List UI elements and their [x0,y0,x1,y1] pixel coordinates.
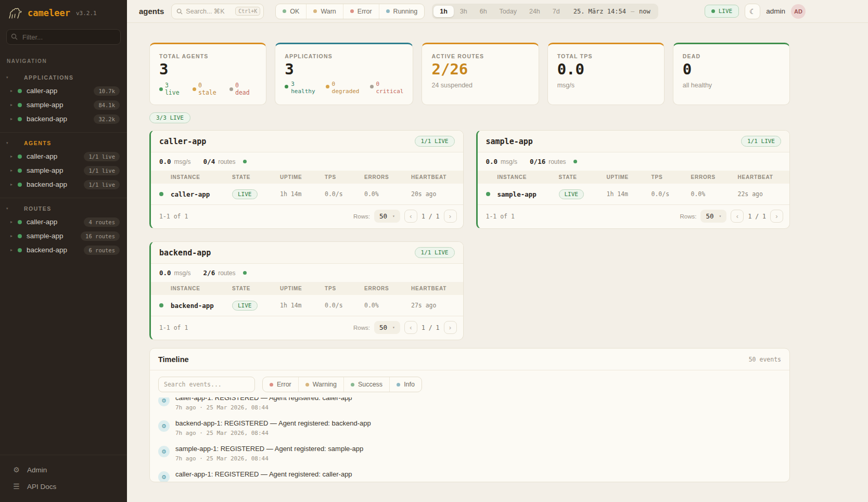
table-row[interactable]: backend-app LIVE 1h 14m 0.0/s 0.0% 27s a… [151,295,463,316]
topbar: agents Ctrl+K OK Warn Error Running [127,0,868,23]
prev-page-button[interactable]: ‹ [404,321,417,334]
timeline-events-scroll[interactable]: ⚙ caller-app-1: REGISTERED — Agent regis… [150,397,789,482]
warning-dot [305,383,309,387]
instance-status-dot [159,192,163,196]
chevron-right-icon: ▸ [10,117,18,121]
next-page-button[interactable]: › [770,210,783,223]
timeline-event[interactable]: ⚙ sample-app-1: REGISTERED — Agent regis… [158,442,781,467]
timeline-filter-warning[interactable]: Warning [298,377,343,392]
stat-sub-label: 0 stale [198,82,223,96]
chevron-right-icon: ▸ [10,234,18,238]
chevron-right-icon: ▸ [10,248,18,252]
caret-down-icon: ▾ [392,214,395,218]
sidebar-item-badge: 16 routes [81,231,120,241]
section-header-agents[interactable]: ▾ AGENTS [0,138,127,149]
app-tps-unit: msg/s [174,158,191,165]
event-timestamp: 7h ago · 25 Mar 2026, 08:44 [175,430,371,436]
table-row[interactable]: caller-app LIVE 1h 14m 0.0/s 0.0% 20s ag… [151,184,463,205]
event-title: caller-app-1: REGISTERED — Agent registe… [175,397,352,402]
sidebar-item-routes-backend-app[interactable]: ▸ backend-app 6 routes [0,243,127,257]
sidebar-item-routes-sample-app[interactable]: ▸ sample-app 16 routes [0,229,127,243]
col-state: STATE [232,286,280,291]
timeline-event[interactable]: ⚙ caller-app-1: REGISTERED — Agent regis… [158,467,781,482]
next-page-button[interactable]: › [444,210,457,223]
timeline-filter-error[interactable]: Error [263,377,298,392]
sidebar-item-badge: 1/1 live [84,180,120,189]
prev-page-button[interactable]: ‹ [404,210,417,223]
sidebar-item-badge: 6 routes [84,246,120,255]
next-page-button[interactable]: › [444,321,457,334]
event-gear-icon: ⚙ [158,446,170,457]
app-card-title: caller-app [159,137,206,146]
health-dot [573,160,577,163]
sidebar-item-agents-sample-app[interactable]: ▸ sample-app 1/1 live [0,163,127,177]
filter-chip-warn[interactable]: Warn [306,4,342,19]
stat-value: 3 [159,62,257,77]
sidebar-item-applications-sample-app[interactable]: ▸ sample-app 84.1k [0,98,127,112]
search-icon [11,33,18,42]
sidebar-item-admin[interactable]: ⚙ Admin [0,461,127,478]
row-range: 1-1 of 1 [486,213,515,220]
rows-per-page-select[interactable]: 50▾ [700,210,726,223]
timeline-event[interactable]: ⚙ caller-app-1: REGISTERED — Agent regis… [158,397,781,416]
sidebar-item-label: sample-app [27,166,84,174]
range-button-1h[interactable]: 1h [433,6,454,17]
cell-heartbeat: 22s ago [738,190,782,198]
timeline-filter-success[interactable]: Success [343,377,389,392]
state-badge: LIVE [559,189,584,199]
sidebar-item-applications-caller-app[interactable]: ▸ caller-app 10.7k [0,84,127,98]
stat-sub-label: healthy [291,88,315,95]
prev-page-button[interactable]: ‹ [731,210,744,223]
app-tps-unit: msg/s [501,158,517,165]
row-range: 1-1 of 1 [159,213,188,220]
range-button-7d[interactable]: 7d [546,6,566,17]
filter-chip-running[interactable]: Running [379,4,425,19]
col-heartbeat: HEARTBEAT [738,174,782,180]
chevron-right-icon: ▸ [10,154,18,159]
global-search[interactable]: Ctrl+K [171,4,264,19]
range-button-today[interactable]: Today [493,6,523,17]
app-live-badge: 1/1 LIVE [415,136,455,147]
rows-per-page-select[interactable]: 50▾ [374,321,400,334]
section-label: AGENTS [24,140,52,146]
col-instance: INSTANCE [171,286,232,291]
stat-label: ACTIVE ROUTES [431,53,529,59]
section-header-applications[interactable]: ▾ APPLICATIONS [0,72,127,84]
stat-value: 0 [683,62,780,77]
range-button-24h[interactable]: 24h [523,6,546,17]
chevron-right-icon: ▸ [10,168,18,173]
search-input[interactable] [186,8,232,15]
range-button-3h[interactable]: 3h [454,6,474,17]
time-range-group: 1h 3h 6h Today 24h 7d 25. März 14:54 — n… [432,4,658,19]
navigation-label: NAVIGATION [7,58,127,64]
moon-icon: ☾ [749,7,756,16]
timeline-event[interactable]: ⚙ backend-app-1: REGISTERED — Agent regi… [158,416,781,442]
status-dot [18,220,22,224]
sidebar-item-api-docs[interactable]: ☰ API Docs [0,478,127,495]
chevron-right-icon: ▸ [10,220,18,224]
avatar[interactable]: AD [791,4,806,19]
table-row[interactable]: sample-app LIVE 1h 14m 0.0/s 0.0% 22s ag… [478,184,790,205]
timeline-search-input[interactable] [158,377,255,392]
sidebar-item-applications-backend-app[interactable]: ▸ backend-app 32.2k [0,112,127,126]
live-label: LIVE [719,8,733,15]
theme-toggle-button[interactable]: ☾ [745,4,760,19]
table-header: INSTANCE STATE UPTIME TPS ERRORS HEARTBE… [478,171,790,184]
cell-heartbeat: 27s ago [411,302,455,309]
caret-down-icon: ▾ [6,207,12,211]
rows-per-page-select[interactable]: 50▾ [374,210,400,223]
timeline-filter-group: Error Warning Success Info [262,377,422,392]
table-header: INSTANCE STATE UPTIME TPS ERRORS HEARTBE… [151,171,463,184]
timeline-filter-info[interactable]: Info [389,377,422,392]
sidebar-filter-input[interactable] [6,29,121,45]
sidebar-item-agents-caller-app[interactable]: ▸ caller-app 1/1 live [0,149,127,163]
stat-label: TOTAL TPS [557,53,655,59]
sidebar-item-routes-caller-app[interactable]: ▸ caller-app 4 routes [0,215,127,229]
cell-errors: 0.0% [364,302,411,309]
filter-chip-error[interactable]: Error [343,4,379,19]
sidebar-item-agents-backend-app[interactable]: ▸ backend-app 1/1 live [0,177,127,191]
section-header-routes[interactable]: ▾ ROUTES [0,203,127,215]
filter-chip-ok[interactable]: OK [276,4,306,19]
timeline-filter-label: Success [358,381,382,388]
range-button-6h[interactable]: 6h [474,6,493,17]
